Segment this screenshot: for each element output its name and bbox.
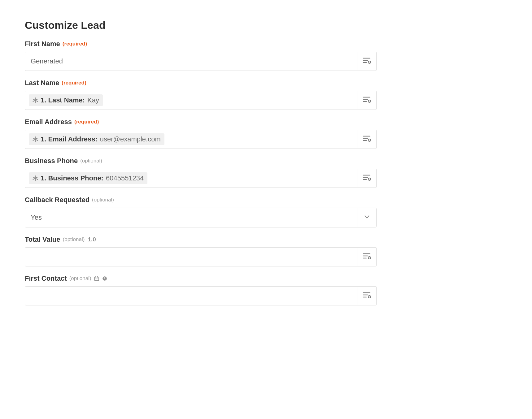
last-name-label-row: Last Name (required) <box>25 79 507 87</box>
page-title: Customize Lead <box>25 19 507 31</box>
business-phone-mapped-pill[interactable]: 1. Business Phone: 6045551234 <box>29 172 147 184</box>
field-email: Email Address (required) 1. Email Addres… <box>25 118 507 149</box>
email-label: Email Address <box>25 118 72 126</box>
business-phone-input[interactable]: 1. Business Phone: 6045551234 <box>25 169 357 188</box>
total-value-insert-field-button[interactable] <box>357 247 377 266</box>
callback-label-row: Callback Requested (optional) <box>25 196 507 204</box>
field-total-value: Total Value (optional) 1.0 <box>25 235 507 266</box>
optional-tag: (optional) <box>69 275 91 282</box>
last-name-mapped-pill[interactable]: 1. Last Name: Kay <box>29 94 103 106</box>
insert-field-icon <box>363 253 371 261</box>
asterisk-icon <box>33 136 38 142</box>
pill-value: user@example.com <box>100 135 161 143</box>
business-phone-insert-field-button[interactable] <box>357 169 377 188</box>
field-callback-requested: Callback Requested (optional) Yes <box>25 196 507 227</box>
svg-point-34 <box>95 279 96 279</box>
first-name-value: Generated <box>31 57 63 65</box>
first-contact-label-row: First Contact (optional) <box>25 274 507 283</box>
insert-field-icon <box>363 96 371 105</box>
email-input-row: 1. Email Address: user@example.com <box>25 130 377 149</box>
field-last-name: Last Name (required) 1. Last Name: Kay <box>25 79 507 110</box>
insert-field-icon <box>363 135 371 144</box>
field-first-contact: First Contact (optional) <box>25 274 507 305</box>
total-value-hint: 1.0 <box>88 236 96 243</box>
last-name-insert-field-button[interactable] <box>357 91 377 110</box>
required-tag: (required) <box>63 41 87 47</box>
pill-label: 1. Business Phone: <box>41 174 103 182</box>
callback-select-value: Yes <box>25 208 357 227</box>
field-business-phone: Business Phone (optional) 1. Business Ph… <box>25 157 507 188</box>
pill-value: 6045551234 <box>106 174 144 182</box>
last-name-input-row: 1. Last Name: Kay <box>25 91 377 110</box>
clock-icon <box>102 276 107 281</box>
asterisk-icon <box>33 175 38 181</box>
pill-label: 1. Last Name: <box>41 96 85 104</box>
insert-field-icon <box>363 174 371 183</box>
total-value-label: Total Value <box>25 235 60 244</box>
first-name-label: First Name <box>25 40 60 48</box>
total-value-input[interactable] <box>25 247 357 266</box>
last-name-label: Last Name <box>25 79 59 87</box>
optional-tag: (optional) <box>63 236 85 243</box>
svg-point-35 <box>96 279 97 279</box>
first-name-label-row: First Name (required) <box>25 40 507 48</box>
callback-select[interactable]: Yes <box>25 208 377 227</box>
business-phone-label-row: Business Phone (optional) <box>25 157 507 165</box>
field-first-name: First Name (required) Generated <box>25 40 507 71</box>
first-contact-label: First Contact <box>25 274 67 283</box>
first-contact-input[interactable] <box>25 286 357 305</box>
insert-field-icon <box>363 292 371 300</box>
pill-label: 1. Email Address: <box>41 135 98 143</box>
insert-field-icon <box>363 57 371 66</box>
total-value-input-row <box>25 247 377 266</box>
first-name-input[interactable]: Generated <box>25 52 357 71</box>
callback-label: Callback Requested <box>25 196 89 204</box>
first-contact-insert-field-button[interactable] <box>357 286 377 305</box>
email-input[interactable]: 1. Email Address: user@example.com <box>25 130 357 149</box>
chevron-down-icon <box>364 214 370 222</box>
email-insert-field-button[interactable] <box>357 130 377 149</box>
email-mapped-pill[interactable]: 1. Email Address: user@example.com <box>29 133 164 145</box>
required-tag: (required) <box>74 119 99 125</box>
email-label-row: Email Address (required) <box>25 118 507 126</box>
total-value-label-row: Total Value (optional) 1.0 <box>25 235 507 244</box>
business-phone-label: Business Phone <box>25 157 78 165</box>
customize-lead-form: Customize Lead First Name (required) Gen… <box>0 0 532 419</box>
optional-tag: (optional) <box>80 158 102 164</box>
callback-value-text: Yes <box>31 214 42 222</box>
calendar-icon <box>94 276 99 281</box>
first-name-insert-field-button[interactable] <box>357 52 377 71</box>
optional-tag: (optional) <box>92 197 114 203</box>
svg-point-36 <box>97 279 98 279</box>
first-name-input-row: Generated <box>25 52 377 71</box>
callback-dropdown-caret[interactable] <box>357 208 376 227</box>
first-contact-input-row <box>25 286 377 305</box>
last-name-input[interactable]: 1. Last Name: Kay <box>25 91 357 110</box>
business-phone-input-row: 1. Business Phone: 6045551234 <box>25 169 377 188</box>
pill-value: Kay <box>87 96 99 104</box>
required-tag: (required) <box>62 80 86 86</box>
asterisk-icon <box>33 97 38 103</box>
